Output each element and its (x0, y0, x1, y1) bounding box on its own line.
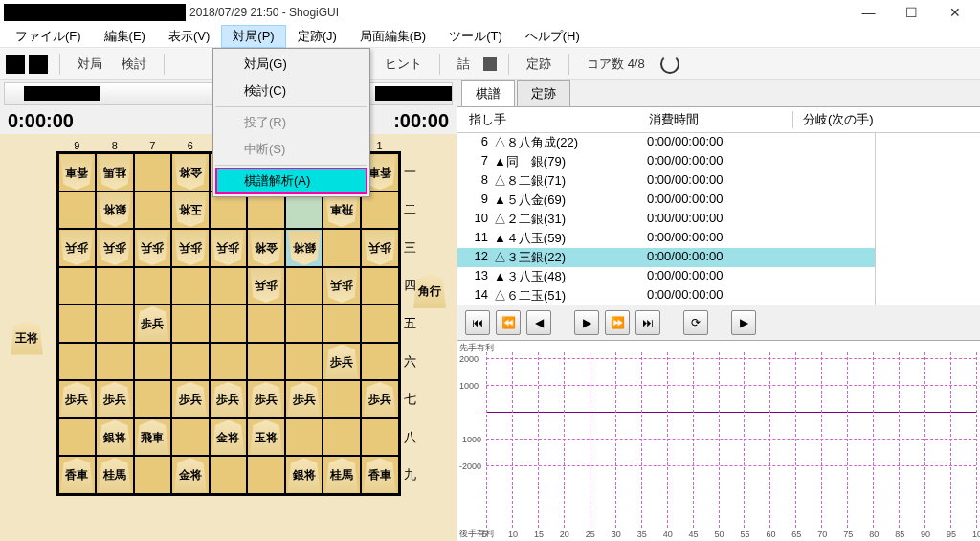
tab-kifu[interactable]: 棋譜 (461, 80, 515, 106)
dd-suspend: 中断(S) (215, 136, 368, 163)
menu-file[interactable]: ファイル(F) (4, 25, 93, 48)
main-area: 0:00:00 :00:00 王将 987654321 香車 桂馬 金将 (0, 80, 980, 541)
toolbar-separator (439, 54, 440, 75)
refresh-icon[interactable] (660, 55, 679, 74)
toolbar: 対局 検討 ヒント 詰 定跡 コア数 4/8 (0, 48, 980, 80)
right-panel: 棋譜 定跡 指し手 消費時間 分岐(次の手) 6△８八角成(22)0:00/00… (457, 80, 980, 541)
dd-separator (215, 106, 368, 107)
new-file-icon[interactable] (6, 55, 25, 74)
play-button[interactable]: ▶ (731, 310, 756, 335)
prev-button[interactable]: ◀ (526, 310, 551, 335)
move-row[interactable]: 6△８八角成(22)0:00/00:00:00 (457, 133, 875, 152)
move-row[interactable]: 9▲５八金(69)0:00/00:00:00 (457, 191, 875, 210)
move-row[interactable]: 10△２二銀(31)0:00/00:00:00 (457, 210, 875, 229)
evaluation-chart[interactable]: 先手有利 2000 1000 -1000 -2000 後手有利 51015202… (457, 340, 980, 541)
joseki-button[interactable]: 定跡 (517, 53, 561, 76)
piece-stand-left: 王将 (6, 140, 48, 535)
close-button[interactable]: ✕ (933, 0, 976, 25)
loop-button[interactable]: ⟳ (683, 310, 708, 335)
move-row[interactable]: 12△３三銀(22)0:00/00:00:00 (457, 248, 875, 267)
header-branch: 分岐(次の手) (792, 111, 980, 128)
move-row[interactable]: 14△６二玉(51)0:00/00:00:00 (457, 286, 875, 305)
header-time: 消費時間 (649, 111, 792, 128)
menu-tools[interactable]: ツール(T) (437, 25, 514, 48)
cores-label: コア数 4/8 (577, 53, 655, 76)
toolbar-separator (164, 54, 165, 75)
toolbar-separator (508, 54, 509, 75)
menu-joseki[interactable]: 定跡(J) (286, 25, 348, 48)
rank-labels: 一二三四五六七八九 (404, 153, 416, 494)
save-icon[interactable] (29, 55, 48, 74)
kifu-tabs: 棋譜 定跡 (457, 80, 980, 107)
chart-bottom-label: 後手有利 (459, 528, 494, 540)
game-menu-dropdown: 対局(G) 検討(C) 投了(R) 中断(S) 棋譜解析(A) (212, 48, 370, 197)
player-name-redacted (24, 86, 100, 101)
toolbar-separator (568, 54, 569, 75)
board-wrap: 987654321 香車 桂馬 金将 桂馬 香車 銀将 (48, 140, 409, 535)
chart-top-label: 先手有利 (459, 342, 494, 354)
player-name-redacted (375, 86, 452, 101)
last-button[interactable]: ⏭ (635, 310, 660, 335)
clock-left: 0:00:00 (8, 110, 74, 132)
clock-right: :00:00 (393, 110, 449, 132)
move-row[interactable]: 7▲同 銀(79)0:00/00:00:00 (457, 152, 875, 171)
next-button[interactable]: ▶ (574, 310, 599, 335)
titlebar-redacted (4, 4, 186, 21)
branch-column (875, 133, 980, 305)
toolbar-separator (59, 54, 60, 75)
shogi-board[interactable]: 香車 桂馬 金将 桂馬 香車 銀将 玉将 (56, 151, 401, 496)
window-controls: — ☐ ✕ (847, 0, 976, 25)
move-row[interactable]: 13▲３八玉(48)0:00/00:00:00 (457, 267, 875, 286)
dd-game[interactable]: 対局(G) (215, 51, 368, 78)
dd-analyze[interactable]: 検討(C) (215, 78, 368, 104)
move-row[interactable]: 11▲４八玉(59)0:00/00:00:00 (457, 229, 875, 248)
dd-resign: 投了(R) (215, 109, 368, 136)
captured-piece[interactable]: 王将 (11, 321, 43, 355)
tab-joseki[interactable]: 定跡 (517, 80, 570, 106)
window-title: 2018/07/29 21:50 - ShogiGUI (189, 6, 339, 19)
dd-kifu-analysis[interactable]: 棋譜解析(A) (215, 168, 368, 194)
move-row[interactable]: 8△８二銀(71)0:00/00:00:00 (457, 171, 875, 191)
captured-piece[interactable]: 角行 (413, 274, 446, 308)
minimize-button[interactable]: — (847, 0, 890, 25)
move-body: 6△８八角成(22)0:00/00:00:007▲同 銀(79)0:00/00:… (457, 133, 980, 305)
forward-button[interactable]: ⏩ (605, 310, 630, 335)
titlebar: 2018/07/29 21:50 - ShogiGUI — ☐ ✕ (0, 0, 980, 25)
menu-game[interactable]: 対局(P) (221, 25, 285, 48)
menubar: ファイル(F) 編集(E) 表示(V) 対局(P) 定跡(J) 局面編集(B) … (0, 25, 980, 48)
stop-icon[interactable] (483, 57, 497, 71)
rewind-button[interactable]: ⏪ (496, 310, 521, 335)
maximize-button[interactable]: ☐ (890, 0, 933, 25)
menu-edit[interactable]: 編集(E) (93, 25, 157, 48)
taikyoku-button[interactable]: 対局 (68, 53, 112, 76)
first-button[interactable]: ⏮ (465, 310, 490, 335)
menu-help[interactable]: ヘルプ(H) (514, 25, 591, 48)
hint-button[interactable]: ヒント (375, 53, 432, 76)
playback-controls: ⏮ ⏪ ◀ ▶ ⏩ ⏭ ⟳ ▶ (457, 305, 980, 340)
move-list-header: 指し手 消費時間 分岐(次の手) (457, 107, 980, 133)
kento-button[interactable]: 検討 (112, 53, 156, 76)
tsume-button[interactable]: 詰 (448, 53, 479, 76)
header-move: 指し手 (457, 111, 649, 128)
dd-separator (215, 165, 368, 166)
move-list[interactable]: 6△８八角成(22)0:00/00:00:007▲同 銀(79)0:00/00:… (457, 133, 875, 305)
menu-boardedit[interactable]: 局面編集(B) (348, 25, 437, 48)
menu-view[interactable]: 表示(V) (157, 25, 221, 48)
